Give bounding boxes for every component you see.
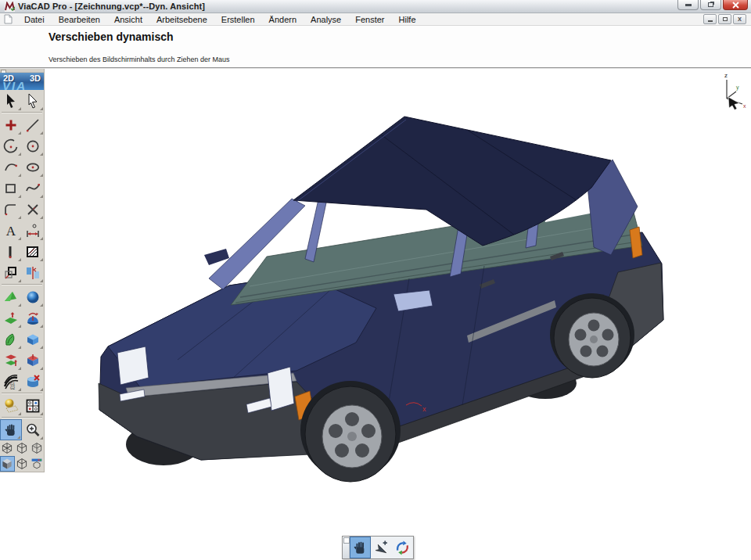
rectangle-icon	[3, 181, 19, 196]
tool-select[interactable]	[0, 90, 22, 111]
car-model: x z y x	[45, 69, 751, 560]
svg-text:y: y	[736, 84, 739, 91]
view-trimetric[interactable]	[0, 440, 15, 456]
spline-icon	[25, 181, 41, 196]
line-icon	[25, 117, 41, 133]
mdi-restore-icon	[723, 17, 728, 21]
tool-select-objects[interactable]	[22, 90, 44, 111]
wire-cube-diag-icon	[1, 442, 13, 454]
tool-sphere[interactable]	[22, 286, 44, 307]
svg-text:x: x	[743, 103, 746, 109]
tool-render-material[interactable]	[0, 395, 22, 416]
menu-erstellen[interactable]: Erstellen	[214, 14, 262, 25]
tool-rectangle[interactable]	[0, 178, 22, 199]
mouse-cursor-icon	[728, 97, 739, 110]
circle-icon	[25, 138, 41, 154]
tool-pan-dynamic[interactable]	[0, 419, 22, 440]
toolbar-grip[interactable]	[343, 537, 350, 558]
minimize-button[interactable]	[677, 0, 699, 10]
main-area: 2D 3D VIA	[0, 69, 751, 560]
app-logo-icon	[5, 2, 15, 12]
tool-zoom-in[interactable]	[22, 419, 44, 440]
float-zoom-window-button[interactable]	[371, 537, 392, 558]
curve-icon	[3, 160, 19, 175]
tool-trim[interactable]	[22, 199, 44, 220]
tool-dimension[interactable]	[22, 220, 44, 241]
pan-hand-icon	[352, 540, 368, 556]
tool-palette: 2D 3D VIA	[0, 69, 45, 472]
mirror-icon	[25, 265, 41, 281]
svg-text:z: z	[724, 72, 728, 79]
tool-offset-faces[interactable]	[0, 350, 22, 371]
sphere-icon	[25, 289, 41, 305]
menu-aendern[interactable]: Ändern	[262, 14, 304, 25]
via-logo: VIA	[2, 79, 27, 90]
command-description: Verschieben des Bildschirminhalts durch …	[49, 56, 230, 63]
restore-button[interactable]	[700, 0, 721, 10]
menu-analyse[interactable]: Analyse	[304, 14, 348, 25]
display-render[interactable]	[29, 456, 44, 472]
window-title: ViaCAD Pro - [Zeichnung.vcp*--Dyn. Ansic…	[18, 2, 205, 11]
minimize-icon	[685, 4, 692, 6]
tool-viewport-layout[interactable]	[22, 395, 44, 416]
cursor-icon	[3, 93, 19, 109]
tool-plane-surface[interactable]	[0, 286, 22, 307]
menu-datei[interactable]: Datei	[17, 14, 52, 25]
drawing-viewport[interactable]: x z y x	[45, 69, 751, 560]
cursor-outline-icon	[25, 93, 41, 109]
menu-bearbeiten[interactable]: Bearbeiten	[52, 14, 107, 25]
point-icon	[3, 117, 19, 133]
mdi-restore-button[interactable]	[718, 14, 731, 24]
view-dimetric[interactable]	[29, 440, 44, 456]
svg-text:G2: G2	[10, 386, 16, 389]
view-isometric[interactable]	[15, 440, 30, 456]
mdi-minimize-icon	[708, 20, 713, 22]
material-sphere-icon	[3, 398, 19, 414]
wireframe-cube-icon	[16, 458, 28, 470]
tool-extrude[interactable]	[0, 307, 22, 328]
tool-move-copy[interactable]	[0, 262, 22, 283]
menu-hilfe[interactable]: Hilfe	[392, 14, 423, 25]
tool-spline[interactable]	[22, 178, 44, 199]
menu-fenster[interactable]: Fenster	[348, 14, 391, 25]
mdi-close-icon: x	[738, 16, 742, 23]
cube-icon	[25, 332, 41, 347]
tool-cube-solid[interactable]	[22, 328, 44, 350]
mdi-minimize-button[interactable]	[703, 14, 717, 24]
tool-revolve[interactable]	[22, 307, 44, 328]
tool-circle[interactable]	[22, 135, 44, 156]
tool-line[interactable]	[22, 114, 44, 135]
mdi-close-button[interactable]: x	[733, 14, 746, 24]
tool-arc[interactable]	[0, 135, 22, 156]
tool-point[interactable]	[0, 114, 22, 135]
tool-solid-subtract[interactable]	[22, 371, 44, 392]
tool-ellipse[interactable]	[22, 156, 44, 178]
tool-curvature-analysis[interactable]: G1G2	[0, 371, 22, 392]
view-mode-toolbar	[342, 536, 414, 559]
loft-icon	[3, 332, 19, 347]
tool-loft[interactable]	[0, 328, 22, 350]
menu-arbeitsebene[interactable]: Arbeitsebene	[149, 14, 214, 25]
hatch-icon	[25, 244, 41, 260]
tool-blend[interactable]	[22, 350, 44, 371]
svg-text:x: x	[422, 405, 426, 413]
display-shaded[interactable]	[0, 456, 15, 472]
float-pan-button[interactable]	[350, 537, 371, 558]
trim-x-icon	[25, 202, 41, 217]
zoom-plus-icon	[25, 422, 41, 438]
tool-text[interactable]: A	[0, 220, 22, 241]
subtract-cylinder-icon	[25, 374, 41, 389]
zoom-window-icon	[373, 540, 390, 556]
display-wireframe[interactable]	[15, 456, 30, 472]
float-rotate-view-button[interactable]	[392, 537, 413, 558]
tab-3d[interactable]: 3D	[30, 74, 41, 83]
menu-ansicht[interactable]: Ansicht	[107, 14, 149, 25]
tool-line-segment[interactable]	[0, 241, 22, 262]
tool-mirror[interactable]	[22, 262, 44, 283]
tool-curve[interactable]	[0, 156, 22, 178]
tool-hatch[interactable]	[22, 241, 44, 262]
palette-separator	[2, 417, 42, 418]
segment-icon	[3, 244, 19, 260]
tool-fillet[interactable]	[0, 199, 22, 220]
close-button[interactable]	[723, 0, 748, 10]
